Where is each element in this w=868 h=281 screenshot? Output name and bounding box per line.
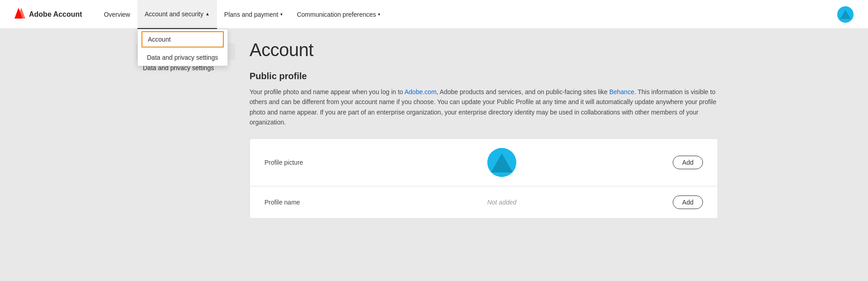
nav-item-account-security[interactable]: Account and security ▲ Account Data and …: [137, 0, 217, 29]
profile-card: Profile picture Add Profile name: [250, 138, 718, 219]
public-profile-title: Public profile: [250, 71, 718, 81]
adobe-logo[interactable]: Adobe Account: [14, 8, 82, 21]
profile-picture-value: [337, 148, 667, 177]
adobe-icon: [14, 8, 25, 21]
chevron-down-icon: ▾: [280, 12, 283, 17]
dropdown-item-account[interactable]: Account: [142, 31, 224, 48]
account-security-dropdown: Account Data and privacy settings: [137, 29, 228, 66]
profile-name-label: Profile name: [264, 199, 337, 206]
nav-items: Overview Account and security ▲ Account …: [97, 0, 837, 29]
nav-item-communication[interactable]: Communication preferences ▾: [290, 0, 387, 29]
profile-picture-label: Profile picture: [264, 159, 337, 166]
profile-picture-action: Add: [667, 156, 703, 169]
profile-name-value: Not added: [337, 199, 667, 206]
adobe-account-logo-text: Adobe Account: [29, 10, 82, 19]
nav-item-overview[interactable]: Overview: [97, 0, 137, 29]
public-profile-description: Your profile photo and name appear when …: [250, 87, 718, 128]
profile-picture-row: Profile picture Add: [250, 139, 717, 186]
sidebar: Account Data and privacy settings: [136, 40, 235, 219]
top-navigation: Adobe Account Overview Account and secur…: [0, 0, 868, 29]
chevron-down-icon-2: ▾: [378, 12, 380, 17]
main-content: Account Public profile Your profile phot…: [235, 40, 732, 219]
profile-avatar: [487, 148, 516, 177]
profile-name-placeholder: Not added: [487, 199, 517, 206]
profile-name-row: Profile name Not added Add: [250, 186, 717, 218]
user-avatar[interactable]: [837, 6, 854, 23]
dropdown-item-data-privacy[interactable]: Data and privacy settings: [138, 49, 227, 66]
adobe-link[interactable]: Adobe.com: [405, 88, 437, 95]
add-name-button[interactable]: Add: [673, 195, 703, 209]
nav-item-plans-payment[interactable]: Plans and payment ▾: [217, 0, 290, 29]
profile-name-action: Add: [667, 195, 703, 209]
chevron-up-icon: ▲: [205, 11, 210, 16]
add-picture-button[interactable]: Add: [673, 156, 703, 169]
page-title: Account: [250, 40, 718, 60]
behance-link[interactable]: Behance: [609, 88, 634, 95]
